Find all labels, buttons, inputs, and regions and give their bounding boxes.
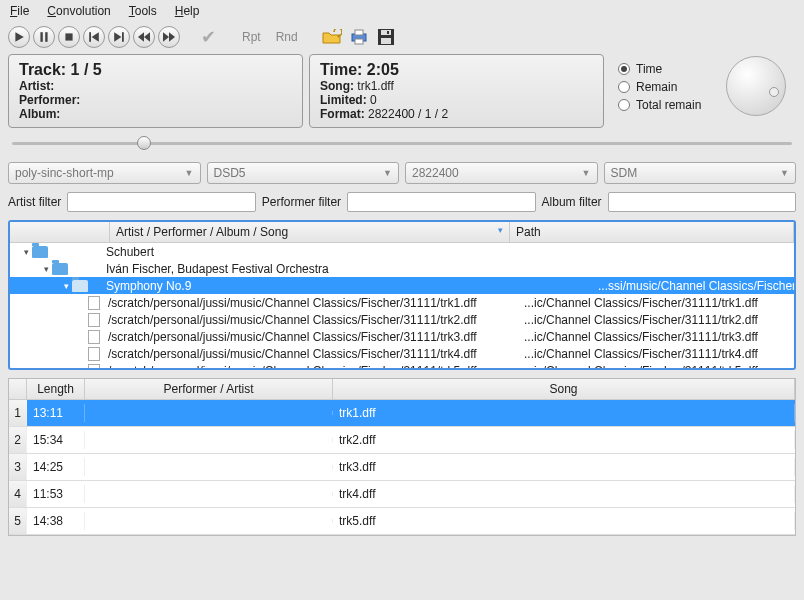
performer-label: Performer: bbox=[19, 93, 80, 107]
tree-header-path[interactable]: Path bbox=[510, 222, 794, 242]
chevron-down-icon: ▼ bbox=[383, 168, 392, 178]
next-track-button[interactable] bbox=[108, 26, 130, 48]
seek-slider[interactable] bbox=[12, 136, 792, 150]
cell-length: 13:11 bbox=[27, 404, 85, 422]
svg-rect-18 bbox=[381, 38, 391, 44]
artist-filter-input[interactable] bbox=[67, 192, 255, 212]
artist-filter-label: Artist filter bbox=[8, 195, 61, 209]
rate-combo[interactable]: 2822400▼ bbox=[405, 162, 598, 184]
artist-label: Artist: bbox=[19, 79, 54, 93]
cell-song: trk3.dff bbox=[333, 458, 795, 476]
file-icon bbox=[88, 364, 100, 371]
time-indicator: Time: 2:05 bbox=[320, 61, 593, 79]
time-mode-radios: Time Remain Total remain bbox=[610, 54, 710, 128]
performer-filter-input[interactable] bbox=[347, 192, 535, 212]
track-indicator: Track: 1 / 5 bbox=[19, 61, 292, 79]
cell-song: trk5.dff bbox=[333, 512, 795, 530]
row-number: 5 bbox=[9, 508, 27, 534]
library-tree[interactable]: Artist / Performer / Album / Song ▾ Path… bbox=[8, 220, 796, 370]
cell-performer bbox=[85, 438, 333, 442]
save-button[interactable] bbox=[374, 26, 398, 48]
cell-length: 14:38 bbox=[27, 512, 85, 530]
radio-time[interactable] bbox=[618, 63, 630, 75]
album-filter-input[interactable] bbox=[608, 192, 796, 212]
check-button[interactable]: ✔ bbox=[196, 26, 220, 48]
pause-button[interactable] bbox=[33, 26, 55, 48]
tree-row[interactable]: /scratch/personal/jussi/music/Channel Cl… bbox=[10, 328, 794, 345]
toolbar: ✔ Rpt Rnd bbox=[0, 22, 804, 52]
playlist-row[interactable]: 411:53trk4.dff bbox=[9, 481, 795, 508]
volume-knob[interactable] bbox=[726, 56, 786, 116]
prev-track-button[interactable] bbox=[83, 26, 105, 48]
svg-rect-19 bbox=[387, 31, 389, 34]
album-label: Album: bbox=[19, 107, 60, 121]
cell-performer bbox=[85, 519, 333, 523]
cell-length: 11:53 bbox=[27, 485, 85, 503]
radio-remain[interactable] bbox=[618, 81, 630, 93]
random-button[interactable]: Rnd bbox=[270, 28, 304, 46]
row-number: 1 bbox=[9, 400, 27, 426]
playlist-row[interactable]: 113:11trk1.dff bbox=[9, 400, 795, 427]
expand-icon[interactable]: ▾ bbox=[20, 247, 32, 257]
menu-file[interactable]: File bbox=[10, 4, 29, 18]
stop-button[interactable] bbox=[58, 26, 80, 48]
svg-marker-5 bbox=[92, 32, 99, 42]
filter-combo[interactable]: poly-sinc-short-mp▼ bbox=[8, 162, 201, 184]
seek-fwd-button[interactable] bbox=[158, 26, 180, 48]
open-folder-button[interactable] bbox=[320, 26, 344, 48]
menu-convolution[interactable]: Convolution bbox=[47, 4, 110, 18]
performer-filter-label: Performer filter bbox=[262, 195, 341, 209]
cell-song: trk4.dff bbox=[333, 485, 795, 503]
svg-marker-11 bbox=[169, 32, 175, 42]
col-performer[interactable]: Performer / Artist bbox=[85, 379, 333, 399]
chevron-down-icon: ▼ bbox=[582, 168, 591, 178]
seek-back-button[interactable] bbox=[133, 26, 155, 48]
row-number: 2 bbox=[9, 427, 27, 453]
tree-row[interactable]: /scratch/personal/jussi/music/Channel Cl… bbox=[10, 345, 794, 362]
radio-total-remain[interactable] bbox=[618, 99, 630, 111]
tree-row[interactable]: ▾Iván Fischer, Budapest Festival Orchest… bbox=[10, 260, 794, 277]
col-song[interactable]: Song bbox=[333, 379, 795, 399]
expand-icon[interactable]: ▾ bbox=[60, 281, 72, 291]
svg-rect-15 bbox=[355, 39, 363, 44]
svg-rect-1 bbox=[40, 32, 42, 42]
print-button[interactable] bbox=[347, 26, 371, 48]
time-panel: Time: 2:05 Song: trk1.dff Limited: 0 For… bbox=[309, 54, 604, 128]
menubar: File Convolution Tools Help bbox=[0, 0, 804, 22]
sort-indicator-icon: ▾ bbox=[498, 225, 503, 235]
tree-row[interactable]: /scratch/personal/jussi/music/Channel Cl… bbox=[10, 311, 794, 328]
cell-length: 15:34 bbox=[27, 431, 85, 449]
cell-performer bbox=[85, 411, 333, 415]
expand-icon[interactable]: ▾ bbox=[40, 264, 52, 274]
playlist-row[interactable]: 215:34trk2.dff bbox=[9, 427, 795, 454]
output-combo[interactable]: SDM▼ bbox=[604, 162, 797, 184]
album-filter-label: Album filter bbox=[542, 195, 602, 209]
mode-combo[interactable]: DSD5▼ bbox=[207, 162, 400, 184]
cell-length: 14:25 bbox=[27, 458, 85, 476]
svg-rect-14 bbox=[355, 30, 363, 35]
file-icon bbox=[88, 330, 100, 344]
play-button[interactable] bbox=[8, 26, 30, 48]
menu-help[interactable]: Help bbox=[175, 4, 200, 18]
cell-performer bbox=[85, 465, 333, 469]
file-icon bbox=[88, 296, 100, 310]
tree-row[interactable]: /scratch/personal/jussi/music/Channel Cl… bbox=[10, 362, 794, 370]
svg-rect-2 bbox=[45, 32, 47, 42]
tree-row[interactable]: ▾Schubert bbox=[10, 243, 794, 260]
playlist-row[interactable]: 314:25trk3.dff bbox=[9, 454, 795, 481]
chevron-down-icon: ▼ bbox=[185, 168, 194, 178]
tree-header-name[interactable]: Artist / Performer / Album / Song ▾ bbox=[110, 222, 510, 242]
cell-performer bbox=[85, 492, 333, 496]
tree-row-selected[interactable]: ▾Symphony No.9...ssi/music/Channel Class… bbox=[10, 277, 794, 294]
song-value: trk1.dff bbox=[357, 79, 393, 93]
tree-row[interactable]: /scratch/personal/jussi/music/Channel Cl… bbox=[10, 294, 794, 311]
chevron-down-icon: ▼ bbox=[780, 168, 789, 178]
svg-rect-4 bbox=[89, 32, 91, 42]
col-length[interactable]: Length bbox=[27, 379, 85, 399]
track-panel: Track: 1 / 5 Artist: Performer: Album: bbox=[8, 54, 303, 128]
song-label: Song: bbox=[320, 79, 354, 93]
playlist-row[interactable]: 514:38trk5.dff bbox=[9, 508, 795, 535]
svg-marker-10 bbox=[163, 32, 169, 42]
repeat-button[interactable]: Rpt bbox=[236, 28, 267, 46]
menu-tools[interactable]: Tools bbox=[129, 4, 157, 18]
